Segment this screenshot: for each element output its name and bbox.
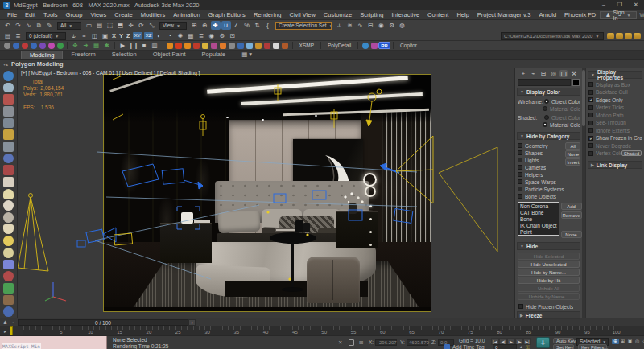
hide-by-name-button[interactable]: Hide by Name... <box>518 269 580 276</box>
menu-item-edit[interactable]: Edit <box>21 11 39 18</box>
close-button[interactable]: ✕ <box>631 2 641 8</box>
forward-icon[interactable]: ➜ <box>81 41 91 50</box>
snaps-toggle-icon[interactable]: ∪ <box>221 21 231 30</box>
list-item-point[interactable]: Point <box>520 229 557 236</box>
corona-sky-icon[interactable] <box>3 83 14 93</box>
percent-snap-icon[interactable]: % <box>242 21 252 30</box>
menu-item-file[interactable]: File <box>3 11 21 18</box>
plugin-icon[interactable] <box>264 43 270 49</box>
ribbon-pin-icon[interactable]: ▾▴ <box>3 61 8 67</box>
auto-key-button[interactable]: Auto Key <box>553 338 574 343</box>
display-color-rollout[interactable]: ▼Display Color <box>517 88 580 96</box>
list-item-cat-bone[interactable]: CAT Bone <box>520 210 557 216</box>
angle-snap-icon[interactable]: ∠ <box>232 21 242 30</box>
plugin-icon[interactable] <box>184 43 191 49</box>
menu-item-tools[interactable]: Tools <box>39 11 62 18</box>
hide-rollout[interactable]: ▼Hide <box>517 242 580 250</box>
menu-item-views[interactable]: Views <box>86 11 110 18</box>
shaded-object-color-radio[interactable] <box>544 115 549 120</box>
open-mini-curve-editor-icon[interactable]: ▸ <box>2 328 9 335</box>
ball-blue-icon[interactable] <box>3 306 14 317</box>
select-and-rotate-icon[interactable]: ⟳ <box>137 21 147 30</box>
corona-night-icon[interactable] <box>3 154 14 164</box>
star-burst-icon[interactable]: ✱ <box>102 41 112 50</box>
category-invert-button[interactable]: Invert <box>565 158 580 166</box>
wireframe-material-color-radio[interactable] <box>543 106 547 111</box>
menu-item-content[interactable]: Content <box>423 11 452 18</box>
play-icon[interactable]: ▶ <box>118 41 128 50</box>
menu-item-graph-editors[interactable]: Graph Editors <box>204 11 250 18</box>
script-dot-icon[interactable] <box>57 43 64 49</box>
isolate-icon[interactable]: ◐ <box>155 31 164 40</box>
window-crossing-icon[interactable]: ⬒ <box>116 21 126 30</box>
select-and-manipulate-icon[interactable]: ⊕ <box>200 21 210 30</box>
category-checkbox-cameras[interactable] <box>518 165 522 170</box>
key-mode-toggle-icon[interactable]: ⚿ <box>526 344 530 349</box>
category-checkbox-shapes[interactable] <box>518 150 522 155</box>
selection-lock-icon[interactable] <box>349 339 354 346</box>
align-icon[interactable]: ≋ <box>345 21 355 30</box>
project-path-dropdown[interactable]: C:\Users\2K12\Documents\3ds Max 2020▼ <box>501 32 604 40</box>
toggle-layer-icon[interactable]: ▣ <box>101 31 110 40</box>
star-plugin-icon[interactable] <box>371 43 378 49</box>
dp-checkbox-ignore-extents[interactable] <box>588 128 593 133</box>
script-dot-icon[interactable] <box>4 43 10 49</box>
zoom-region-icon[interactable]: ◎ <box>634 339 641 344</box>
category-all-button[interactable]: All <box>565 142 580 150</box>
pause-icon[interactable]: ❙❙ <box>129 41 139 50</box>
selection-filter-dropdown[interactable]: All▼ <box>57 22 81 30</box>
dp-checkbox-backface-cull[interactable] <box>588 90 593 95</box>
corona-render-icon[interactable] <box>3 71 14 81</box>
polydetail-button[interactable]: PolyDetail <box>324 43 355 48</box>
reference-coordinate-dropdown[interactable]: View▼ <box>159 22 187 30</box>
select-by-name-icon[interactable]: ▤ <box>95 21 105 30</box>
scatter-icon[interactable]: ✥ <box>71 41 80 50</box>
command-panel-scrollbar[interactable] <box>582 68 585 318</box>
link-display-rollout[interactable]: ▶Link Display <box>588 161 642 169</box>
zoom-icon[interactable]: ⊕ <box>612 339 619 344</box>
grid-icon[interactable]: ▦ <box>186 31 196 40</box>
fur-icon[interactable] <box>3 295 14 306</box>
mirror-icon[interactable]: ⫝ <box>335 21 345 30</box>
plugin-icon[interactable] <box>246 43 253 49</box>
light-sphere-icon[interactable] <box>3 200 14 211</box>
render-icon[interactable]: ◍ <box>398 21 407 30</box>
isolate-selection-icon[interactable]: ✕ <box>338 339 342 346</box>
menu-item-project-manager-v-3[interactable]: Project Manager v.3 <box>473 11 535 18</box>
ribbon-tab-selection[interactable]: Selection <box>104 51 145 59</box>
corona-lightmix-icon[interactable] <box>3 129 14 140</box>
menu-item-help[interactable]: Help <box>452 11 473 18</box>
menu-item-customize[interactable]: Customize <box>320 11 356 18</box>
teapot-icon[interactable] <box>625 33 632 39</box>
spinner-snap-icon[interactable]: ⇅ <box>253 21 262 30</box>
teapot-icon[interactable] <box>634 33 641 39</box>
zoom-all-icon[interactable]: ⊞ <box>619 339 626 344</box>
menu-item-rendering[interactable]: Rendering <box>250 11 286 18</box>
plugin-icon[interactable] <box>175 43 182 49</box>
timeline-playhead[interactable] <box>10 326 13 335</box>
list-add-button[interactable]: Add <box>561 203 582 210</box>
plugin-icon[interactable] <box>282 43 288 49</box>
light-icon[interactable]: ✺ <box>175 31 185 40</box>
set-key-button[interactable]: Set Key <box>553 344 574 349</box>
unlink-icon[interactable]: ⧉ <box>35 21 44 30</box>
curve-editor-icon[interactable]: ∿ <box>356 21 365 30</box>
ribbon-tab-object-paint[interactable]: Object Paint <box>145 51 194 59</box>
frame-spinner[interactable]: ▲▼ <box>519 344 523 349</box>
molecule-icon[interactable] <box>3 271 14 281</box>
render-setup-icon[interactable]: ⚙ <box>387 21 397 30</box>
timeline-ruler[interactable]: 5101520253035404550556065707580859095100 <box>23 326 620 335</box>
category-checkbox-space-warps[interactable] <box>518 179 522 184</box>
align-icon[interactable]: ≡ <box>80 31 89 40</box>
dp-checkbox-never-degrade[interactable] <box>588 143 593 148</box>
plugin-icon[interactable] <box>220 43 226 49</box>
select-object-icon[interactable]: ▭ <box>85 21 94 30</box>
plugin-icon[interactable] <box>255 43 262 49</box>
plugin-icon[interactable] <box>167 43 173 49</box>
hide-frozen-checkbox[interactable] <box>518 304 523 309</box>
add-key-button[interactable]: + <box>536 337 550 348</box>
grid-green-icon[interactable]: ▦ <box>92 41 101 50</box>
menu-item-scripting[interactable]: Scripting <box>356 11 387 18</box>
shaded-button[interactable]: Shaded <box>621 150 642 156</box>
dp-checkbox-show-frozen-in-gray[interactable] <box>588 136 593 141</box>
